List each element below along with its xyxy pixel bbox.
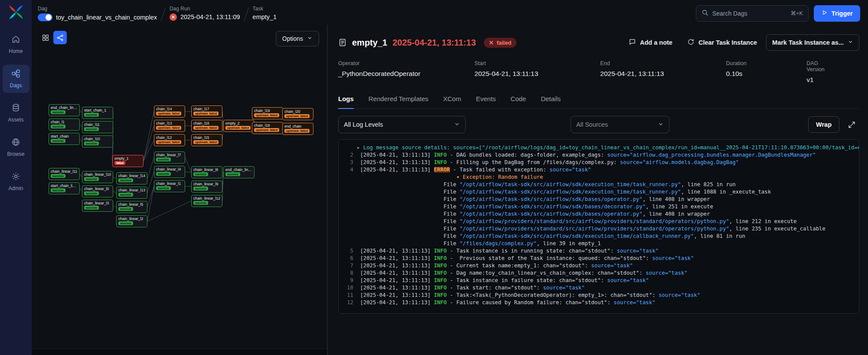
tab-logs[interactable]: Logs [338, 95, 354, 109]
graph-node-start_chain[interactable]: start_chainsuccess [49, 133, 80, 145]
graph-node-end_chain_linear_1[interactable]: end_chain_linear_1success [49, 104, 80, 116]
graph-node-chain_linear_l3[interactable]: chain_linear_l3success [82, 200, 113, 212]
log-line: 2 [2025-04-21, 13:11:13] INFO - DAG bund… [344, 151, 854, 159]
mark-task-instance-as-label: Mark Task Instance as... [772, 39, 844, 46]
graph-node-chain_l1[interactable]: chain_l1success [49, 118, 80, 131]
log-line[interactable]: ▸ Log message source details: sources=["… [344, 144, 854, 151]
clear-task-instance-button[interactable]: Clear Task Instance [682, 34, 763, 51]
graph-node-chain_l20[interactable]: chain_l20upstream_failed [282, 108, 313, 120]
tab-events[interactable]: Events [476, 95, 496, 108]
graph-node-chain_l18[interactable]: chain_l18upstream_failed [252, 122, 283, 134]
search-dags-input[interactable]: Search Dags ⌘+K [696, 5, 809, 22]
task-instance-panel: empty_1 2025-04-21, 13:11:13 ✕ failed Ad… [328, 25, 868, 355]
home-icon [11, 35, 20, 46]
log-sources-value: All Sources [576, 121, 608, 128]
meta-start: Start 2025-04-21, 13:11:13 [474, 60, 600, 84]
sidebar-item-assets[interactable]: Assets [3, 99, 29, 127]
sidebar-item-browse[interactable]: Browse [3, 133, 29, 161]
status-badge: ✕ failed [484, 38, 517, 48]
log-line: 12 [2025-04-21, 13:11:13] INFO - Failure… [344, 299, 854, 306]
graph-node-empty_1[interactable]: empty_1failed [112, 155, 144, 167]
top-bar: Dag toy_chain_linear_vs_chain_complex Da… [32, 0, 868, 25]
graph-node-chain_linear_l9[interactable]: chain_linear_l9success [191, 181, 222, 193]
log-line: File "/opt/airflow/providers/standard/sr… [344, 218, 854, 225]
sidebar-item-dags[interactable]: Dags [3, 65, 29, 93]
breadcrumb-dag-run-value[interactable]: 2025-04-21, 13:11:09 [180, 13, 240, 20]
graph-node-end_chain_linear[interactable]: end_chain_linearsuccess [223, 166, 255, 178]
graph-node-chain_l17[interactable]: chain_l17upstream_failed [191, 105, 222, 118]
breadcrumb-dag-run: Dag Run ✕ 2025-04-21, 13:11:09 [170, 6, 240, 21]
log-line: File "/files/dags/complex.py", line 39 i… [344, 240, 854, 247]
graph-canvas[interactable]: end_chain_linear_1successstart_chain_1su… [32, 25, 328, 348]
meta-label: End [600, 60, 726, 66]
sidebar-item-label: Home [9, 48, 23, 54]
fullscreen-expand-button[interactable] [844, 117, 859, 132]
add-note-button[interactable]: Add a note [623, 34, 678, 51]
graph-node-chain_l14[interactable]: chain_l14upstream_failed [154, 105, 185, 118]
dag-pause-toggle[interactable] [38, 13, 52, 21]
log-viewer[interactable]: ▸ Log message source details: sources=["… [338, 139, 859, 314]
graph-node-start_chain_linear[interactable]: start_chain_linearsuccess [49, 182, 80, 194]
log-levels-select[interactable]: All Log Levels [338, 116, 466, 133]
graph-node-chain_linear_l1[interactable]: chain_linear_l1success [154, 180, 185, 192]
status-badge-label: failed [496, 39, 511, 46]
meta-value: _PythonDecoratedOperator [338, 70, 474, 78]
airflow-logo-icon[interactable] [8, 4, 24, 20]
graph-node-chain_linear_l0[interactable]: chain_linear_l0success [82, 185, 113, 197]
graph-view-button[interactable] [53, 31, 67, 44]
graph-node-chain_l16[interactable]: chain_l16upstream_failed [191, 120, 222, 132]
meta-value: 2025-04-21, 13:11:13 [474, 70, 600, 78]
tab-code[interactable]: Code [511, 95, 526, 108]
log-sources-select[interactable]: All Sources [571, 116, 669, 133]
log-line: ▾ Exception: Random failure [344, 174, 854, 181]
clear-task-instance-label: Clear Task Instance [698, 39, 757, 46]
breadcrumb-dag-value[interactable]: toy_chain_linear_vs_chain_complex [56, 14, 157, 21]
meta-dag-version: DAG Version v1 [806, 60, 859, 84]
meta-label: Duration [726, 60, 806, 66]
graph-node-chain_linear_l10[interactable]: chain_linear_l10success [82, 171, 113, 183]
log-line: 10 [2025-04-21, 13:11:13] INFO - Task st… [344, 284, 854, 292]
breadcrumb-dag-label: Dag [38, 6, 157, 12]
graph-node-chain_linear_l12[interactable]: chain_linear_l12success [191, 195, 222, 207]
graph-node-chain_linear_l5[interactable]: chain_linear_l5success [116, 201, 147, 213]
graph-node-chain_l11[interactable]: chain_l11success [82, 121, 113, 133]
note-icon [629, 38, 636, 47]
graph-node-empty_2[interactable]: empty_2upstream_failed [223, 120, 255, 132]
graph-node-chain_linear_l13[interactable]: chain_linear_l13success [116, 187, 147, 199]
trigger-button[interactable]: Trigger [814, 5, 860, 22]
tab-rendered-templates[interactable]: Rendered Templates [369, 95, 428, 108]
log-line: File "/opt/airflow/task-sdk/src/airflow/… [344, 203, 854, 210]
breadcrumb: Dag toy_chain_linear_vs_chain_complex Da… [38, 6, 277, 21]
gear-icon [11, 172, 20, 183]
graph-node-chain_l12[interactable]: chain_l12upstream_failed [154, 134, 185, 146]
graph-node-chain_l15[interactable]: chain_l15upstream_failed [191, 134, 222, 146]
log-levels-value: All Log Levels [344, 121, 383, 128]
breadcrumb-separator [244, 7, 248, 21]
mark-task-instance-as-button[interactable]: Mark Task Instance as... [766, 34, 859, 51]
meta-end: End 2025-04-21, 13:11:13 [600, 60, 726, 84]
graph-options-button[interactable]: Options [276, 31, 319, 46]
graph-node-chain_linear_l7[interactable]: chain_linear_l7success [154, 151, 185, 164]
breadcrumb-task-value[interactable]: empty_1 [253, 13, 277, 20]
meta-duration: Duration 0.10s [726, 60, 806, 84]
graph-node-chain_linear_l6[interactable]: chain_linear_l6success [191, 166, 222, 178]
task-actions: Add a note Clear Task Instance Mark Task… [623, 34, 859, 51]
wrap-button[interactable]: Wrap [808, 116, 839, 133]
graph-node-chain_linear_l11[interactable]: chain_linear_l11success [49, 168, 80, 180]
graph-node-chain_linear_l14[interactable]: chain_linear_l14success [116, 172, 147, 184]
main-area: Dag toy_chain_linear_vs_chain_complex Da… [32, 0, 868, 355]
graph-node-start_chain_1[interactable]: start_chain_1success [82, 107, 113, 119]
log-line: 9 [2025-04-21, 13:11:13] INFO - Task ins… [344, 277, 854, 284]
tab-details[interactable]: Details [541, 95, 561, 108]
sidebar-item-home[interactable]: Home [3, 30, 29, 59]
tab-xcom[interactable]: XCom [443, 95, 461, 108]
graph-node-chain_linear_l4[interactable]: chain_linear_l4success [154, 166, 185, 178]
task-instance-timestamp: 2025-04-21, 13:11:13 [392, 38, 476, 48]
sidebar-item-admin[interactable]: Admin [3, 168, 29, 196]
graph-node-chain_linear_l2[interactable]: chain_linear_l2success [116, 215, 147, 227]
grid-view-button[interactable] [39, 31, 52, 44]
graph-node-chain_l10[interactable]: chain_l10success [82, 135, 113, 148]
graph-node-end_chain[interactable]: end_chainupstream_failed [282, 123, 313, 135]
graph-node-chain_l19[interactable]: chain_l19upstream_failed [252, 107, 283, 119]
graph-node-chain_l13[interactable]: chain_l13upstream_failed [154, 120, 185, 132]
